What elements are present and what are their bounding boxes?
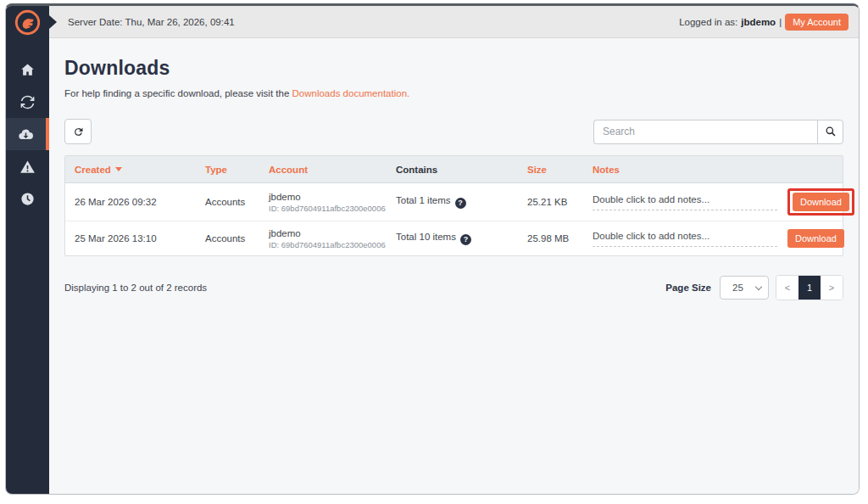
column-header-type[interactable]: Type xyxy=(196,165,259,175)
page-title: Downloads xyxy=(64,57,843,80)
account-id: ID: 69bd7604911afbc2300e0006 xyxy=(269,204,387,213)
notes-field[interactable]: Double click to add notes... xyxy=(593,231,777,247)
table-row: 26 Mar 2026 09:32 Accounts jbdemo ID: 69… xyxy=(65,183,843,221)
download-button[interactable]: Download xyxy=(787,229,844,248)
column-header-notes[interactable]: Notes xyxy=(583,165,778,175)
sidebar-item-backups[interactable] xyxy=(6,86,49,118)
my-account-button[interactable]: My Account xyxy=(785,14,849,31)
cell-type: Accounts xyxy=(196,192,259,212)
column-header-created[interactable]: Created xyxy=(65,165,196,175)
question-circle-icon: ? xyxy=(460,234,471,245)
account-name: jbdemo xyxy=(269,228,387,238)
cloud-download-icon xyxy=(18,126,34,143)
prev-page-button[interactable]: < xyxy=(776,276,798,300)
cell-notes: Double click to add notes... xyxy=(583,189,778,216)
sidebar-item-queue[interactable] xyxy=(6,182,49,215)
pagination: < 1 > xyxy=(776,275,843,300)
cell-notes: Double click to add notes... xyxy=(583,226,778,252)
table-row: 25 Mar 2026 13:10 Accounts jbdemo ID: 69… xyxy=(65,221,843,255)
sidebar-item-alerts[interactable] xyxy=(6,150,49,182)
refresh-icon xyxy=(72,126,85,138)
column-header-account[interactable]: Account xyxy=(259,165,387,175)
cell-type: Accounts xyxy=(196,228,259,249)
page-subtitle: For help finding a specific download, pl… xyxy=(64,88,843,98)
cell-contains: Total 10 items? xyxy=(387,227,518,250)
jetbackup-logo-icon xyxy=(14,8,42,36)
download-button[interactable]: Download xyxy=(793,193,849,211)
sidebar xyxy=(6,6,49,494)
server-date: Server Date: Thu, Mar 26, 2026, 09:41 xyxy=(68,17,235,27)
app-window: Server Date: Thu, Mar 26, 2026, 09:41 Lo… xyxy=(5,3,860,495)
logged-in-label: Logged in as: xyxy=(679,17,737,27)
table-toolbar xyxy=(64,119,843,144)
page-size-label: Page Size xyxy=(665,283,711,293)
highlight-annotation: Download xyxy=(787,188,854,216)
sync-icon xyxy=(19,94,36,110)
account-id: ID: 69bd7604911afbc2300e0006 xyxy=(269,240,387,249)
next-page-button[interactable]: > xyxy=(821,276,843,300)
current-page-button[interactable]: 1 xyxy=(798,276,821,300)
home-icon xyxy=(19,62,36,78)
cell-account: jbdemo ID: 69bd7604911afbc2300e0006 xyxy=(259,223,387,255)
downloads-table: Created Type Account Contains Size Notes… xyxy=(64,155,843,256)
cell-created: 26 Mar 2026 09:32 xyxy=(65,192,196,212)
cell-size: 25.21 KB xyxy=(518,192,583,212)
cell-created: 25 Mar 2026 13:10 xyxy=(65,228,196,249)
chevron-down-icon xyxy=(755,283,762,289)
refresh-button[interactable] xyxy=(64,119,92,144)
page-size-value: 25 xyxy=(732,283,743,293)
search-group xyxy=(593,120,843,144)
question-circle-icon: ? xyxy=(455,198,466,209)
search-icon xyxy=(825,126,837,137)
app-logo[interactable] xyxy=(6,6,49,38)
clock-icon xyxy=(19,191,36,207)
sidebar-item-downloads[interactable] xyxy=(6,118,49,150)
table-header-row: Created Type Account Contains Size Notes xyxy=(65,156,843,183)
page-size-select[interactable]: 25 xyxy=(720,276,769,300)
account-area: Logged in as: jbdemo | My Account xyxy=(679,14,849,31)
pager-zone: Page Size 25 < 1 > xyxy=(665,275,843,300)
separator: | xyxy=(779,17,782,27)
topbar: Server Date: Thu, Mar 26, 2026, 09:41 Lo… xyxy=(49,6,859,38)
help-text: For help finding a specific download, pl… xyxy=(64,88,289,98)
records-summary: Displaying 1 to 2 out of 2 records xyxy=(64,283,207,293)
table-footer: Displaying 1 to 2 out of 2 records Page … xyxy=(64,275,843,300)
cell-action: Download xyxy=(778,224,854,253)
account-name: jbdemo xyxy=(269,192,387,202)
cell-contains: Total 1 items? xyxy=(387,190,518,214)
warning-icon xyxy=(19,159,36,175)
cell-account: jbdemo ID: 69bd7604911afbc2300e0006 xyxy=(259,187,387,218)
column-header-size[interactable]: Size xyxy=(518,165,583,175)
cell-size: 25.98 MB xyxy=(518,228,583,249)
column-header-contains: Contains xyxy=(387,165,518,175)
logged-in-username: jbdemo xyxy=(741,17,776,27)
search-input[interactable] xyxy=(593,120,817,144)
sidebar-arrow-decoration xyxy=(49,15,57,29)
cell-action: Download xyxy=(778,183,860,221)
search-button[interactable] xyxy=(817,120,843,144)
documentation-link[interactable]: Downloads documentation. xyxy=(292,88,410,98)
notes-field[interactable]: Double click to add notes... xyxy=(593,194,777,210)
sidebar-item-home[interactable] xyxy=(6,53,49,86)
main-content: Downloads For help finding a specific do… xyxy=(49,38,859,494)
